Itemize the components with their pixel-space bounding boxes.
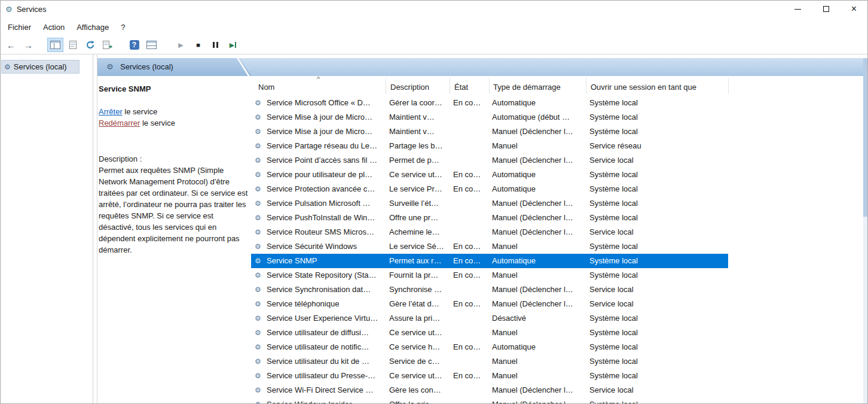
vertical-scrollbar[interactable]	[863, 58, 868, 404]
cell-ouvrir-session: Système local	[589, 254, 727, 268]
table-row[interactable]: ⚙ Service Routeur SMS Micros… Achemine l…	[251, 225, 728, 239]
cell-type-demarrage: Manuel (Déclencher l…	[492, 283, 586, 297]
menu-item[interactable]: Affichage	[71, 20, 115, 35]
cell-etat	[453, 225, 489, 239]
restart-service-link[interactable]: Redémarrer	[99, 119, 140, 127]
table-row[interactable]: ⚙ Service utilisateur de notific… Ce ser…	[251, 340, 728, 354]
column-separator[interactable]	[489, 78, 490, 94]
cell-ouvrir-session: Service local	[589, 225, 727, 239]
table-row[interactable]: ⚙ Service Protection avancée c… Le servi…	[251, 182, 728, 196]
cell-type-demarrage: Manuel	[492, 354, 586, 369]
cell-description: Permet aux r…	[389, 254, 450, 268]
pause-service-button[interactable]	[207, 38, 224, 52]
maximize-button[interactable]	[812, 0, 840, 18]
table-row[interactable]: ⚙ Service utilisateur de diffusi… Ce ser…	[251, 326, 728, 340]
cell-type-demarrage: Automatique	[492, 168, 586, 182]
tree-item-services-local[interactable]: ⚙ Services (local)	[1, 60, 80, 74]
cell-ouvrir-session: Système local	[589, 182, 727, 196]
cell-description: Ce service ut…	[389, 168, 450, 182]
table-row[interactable]: ⚙ Service State Repository (Sta… Fournit…	[251, 268, 728, 283]
back-button[interactable]: ←	[3, 38, 19, 52]
stop-service-link[interactable]: Arrêter	[99, 107, 123, 116]
cell-type-demarrage: Automatique (début …	[492, 110, 586, 124]
column-header-description[interactable]: Description	[390, 83, 429, 92]
table-row[interactable]: ⚙ Service Pulsation Microsoft … Surveill…	[251, 196, 728, 211]
cell-ouvrir-session: Système local	[589, 196, 727, 211]
cell-description: Le service Pr…	[389, 182, 450, 196]
export-list-button[interactable]	[99, 38, 115, 52]
column-header-etat[interactable]: État	[454, 83, 468, 92]
tree-item-label: Services (local)	[14, 62, 67, 71]
table-row[interactable]: ⚙ Service Partage réseau du Le… Partage …	[251, 139, 728, 153]
column-header-ouvrir-session[interactable]: Ouvrir une session en tant que	[591, 83, 696, 92]
cell-etat	[453, 397, 489, 404]
table-row[interactable]: ⚙ Service User Experience Virtu… Assure …	[251, 311, 728, 326]
column-header-type-demarrage[interactable]: Type de démarrage	[493, 83, 561, 92]
menu-item[interactable]: ?	[115, 20, 131, 35]
column-separator[interactable]	[450, 78, 450, 94]
extended-view-button[interactable]	[143, 38, 160, 52]
cell-ouvrir-session: Système local	[589, 268, 727, 283]
show-console-tree-button[interactable]	[47, 38, 63, 52]
cell-etat	[453, 283, 489, 297]
refresh-button[interactable]	[82, 38, 98, 52]
cell-type-demarrage: Manuel (Déclencher l…	[492, 124, 586, 139]
cell-etat	[453, 139, 489, 153]
cell-type-demarrage: Manuel	[492, 268, 586, 283]
restart-service-button[interactable]: ▶	[225, 38, 241, 52]
service-gear-icon: ⚙	[255, 211, 261, 225]
column-separator[interactable]	[586, 78, 586, 94]
close-button[interactable]: ×	[840, 0, 868, 18]
start-service-button[interactable]: ▶	[173, 38, 189, 52]
cell-description: Maintient v…	[389, 124, 450, 139]
table-row[interactable]: ⚙ Service Mise à jour de Micro… Maintien…	[251, 124, 728, 139]
column-separator[interactable]	[728, 78, 729, 94]
table-row[interactable]: ⚙ Service Mise à jour de Micro… Maintien…	[251, 110, 728, 124]
stop-service-button[interactable]: ■	[190, 38, 206, 52]
scrollbar-thumb[interactable]	[863, 58, 868, 217]
cell-ouvrir-session: Système local	[589, 369, 727, 383]
column-header-nom[interactable]: Nom	[258, 83, 274, 92]
minimize-button[interactable]	[784, 0, 812, 18]
cell-nom: Service utilisateur du kit de …	[267, 354, 387, 369]
table-row[interactable]: ⚙ Service pour utilisateur de pl… Ce ser…	[251, 168, 728, 182]
cell-description: Achemine le…	[389, 225, 450, 239]
cell-description: Le service Sé…	[389, 239, 450, 254]
restart-icon: ▶	[230, 41, 236, 49]
table-row[interactable]: ⚙ Service utilisateur du Presse-… Ce ser…	[251, 369, 728, 383]
cell-type-demarrage: Automatique	[492, 254, 586, 268]
pane-header-title: Services (local)	[120, 62, 173, 71]
table-row[interactable]: ⚙ Service Point d’accès sans fil … Perme…	[251, 153, 728, 168]
table-row[interactable]: ⚙ Service Windows Insider Offre la pris……	[251, 397, 728, 404]
cell-ouvrir-session: Système local	[589, 211, 727, 225]
service-gear-icon: ⚙	[255, 283, 261, 297]
table-row[interactable]: ⚙ Service utilisateur du kit de … Servic…	[251, 354, 728, 369]
table-row[interactable]: ⚙ Service PushToInstall de Win… Offre un…	[251, 211, 728, 225]
pane-header-gear-icon: ⚙	[106, 62, 114, 71]
service-gear-icon: ⚙	[255, 354, 261, 369]
menu-item[interactable]: Action	[37, 20, 71, 35]
cell-nom: Service Routeur SMS Micros…	[267, 225, 387, 239]
table-row[interactable]: ⚙ Service Synchronisation dat… Synchroni…	[251, 283, 728, 297]
cell-etat: En co…	[453, 369, 489, 383]
column-separator[interactable]	[386, 78, 386, 94]
forward-icon: →	[24, 40, 33, 50]
table-row[interactable]: ⚙ Service Wi-Fi Direct Service … Gère le…	[251, 383, 728, 397]
forward-button[interactable]: →	[20, 38, 36, 52]
table-row[interactable]: ⚙ Service téléphonique Gère l’état d… En…	[251, 297, 728, 311]
cell-description: Gérer la coor…	[389, 96, 450, 110]
cell-ouvrir-session: Système local	[589, 397, 727, 404]
cell-nom: Service Protection avancée c…	[267, 182, 387, 196]
cell-type-demarrage: Automatique	[492, 96, 586, 110]
cell-description: Assure la pri…	[389, 311, 450, 326]
table-row[interactable]: ⚙ Service Sécurité Windows Le service Sé…	[251, 239, 728, 254]
cell-description: Maintient v…	[389, 110, 450, 124]
cell-ouvrir-session: Service réseau	[589, 139, 727, 153]
menu-item[interactable]: Fichier	[2, 20, 37, 35]
table-row[interactable]: ⚙ Service SNMP Permet aux r… En co… Auto…	[251, 254, 728, 268]
properties-button[interactable]	[65, 38, 81, 52]
table-row[interactable]: ⚙ Service Microsoft Office « D… Gérer la…	[251, 96, 728, 110]
service-gear-icon: ⚙	[255, 397, 261, 404]
help-button[interactable]: ?	[126, 38, 142, 52]
service-gear-icon: ⚙	[255, 383, 261, 397]
